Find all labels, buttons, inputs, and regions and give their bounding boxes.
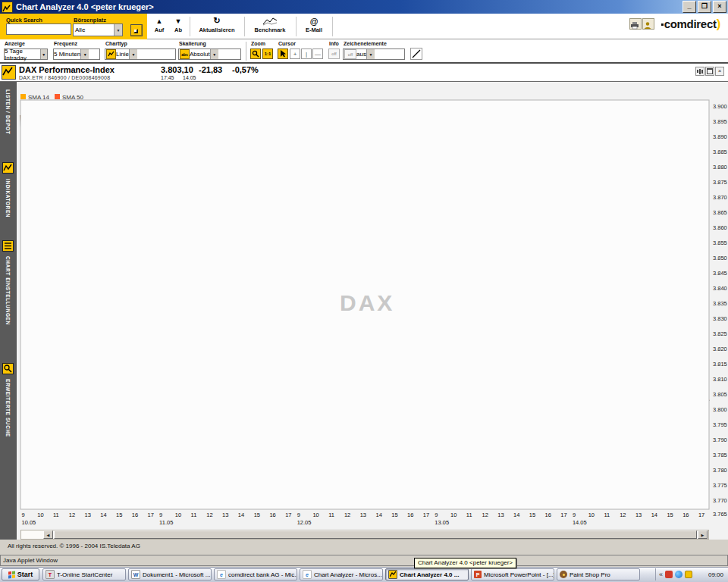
quick-search-input[interactable] xyxy=(6,23,71,35)
auf-button[interactable]: ▲ Auf xyxy=(149,15,170,38)
scroll-right-arrow[interactable]: ▶ xyxy=(698,530,708,539)
tray-app-icon[interactable] xyxy=(665,571,673,578)
instrument-chart-icon xyxy=(2,65,16,80)
close-panel-icon[interactable]: × xyxy=(715,67,724,76)
zoom-1-1-button[interactable]: 1:1 xyxy=(262,48,273,59)
quote-time: 17:45 xyxy=(161,75,174,80)
chart-hscrollbar-thumb[interactable] xyxy=(54,530,697,539)
start-button[interactable]: Start xyxy=(2,568,39,580)
toolbar-separator xyxy=(332,17,333,36)
info-off-button[interactable]: off xyxy=(328,48,340,59)
minimize-button[interactable]: _ xyxy=(682,1,696,13)
cursor-label: Cursor xyxy=(278,41,296,46)
bar-chart-view-icon[interactable] xyxy=(695,67,704,76)
taskbar-item-chart-4[interactable]: Chart Analyzer 4.0 ... xyxy=(385,568,469,580)
charttyp-label: Charttyp xyxy=(105,41,127,46)
quick-search-label: Quick Search xyxy=(6,17,42,23)
logo-text: comdirect xyxy=(664,17,717,30)
benchmark-chart-icon xyxy=(262,15,278,27)
boersenplatz-select[interactable]: Alle ▼ xyxy=(73,23,123,36)
taskbar-item-paintshop-6[interactable]: Paint Shop Pro xyxy=(557,568,640,580)
ab-button[interactable]: ▼ Ab xyxy=(168,15,188,38)
taskbar-item-t-online-0[interactable]: TT-Online StartCenter xyxy=(42,568,126,580)
print-icon[interactable] xyxy=(629,18,642,30)
svg-text:10.05: 10.05 xyxy=(22,519,36,526)
svg-text:11: 11 xyxy=(328,512,334,518)
chevron-down-icon[interactable]: ▼ xyxy=(114,24,122,36)
maximize-button[interactable]: ❐ xyxy=(698,1,711,13)
svg-text:3.845: 3.845 xyxy=(713,270,727,277)
taskbar-item-ie-2[interactable]: ecomdirect bank AG - Mic... xyxy=(214,568,297,580)
svg-text:16: 16 xyxy=(132,512,138,518)
anzeige-select[interactable]: 5 Tage Intraday ▼ xyxy=(4,48,48,60)
charttyp-select[interactable]: Linie ▼ xyxy=(105,48,176,60)
legend-swatch-icon xyxy=(20,94,26,99)
quote-date: 14.05 xyxy=(183,75,196,80)
chevron-down-icon[interactable]: ▼ xyxy=(210,49,218,59)
scroll-left-arrow[interactable]: ◀ xyxy=(43,530,53,539)
svg-text:3.815: 3.815 xyxy=(713,361,727,368)
toolbar-separator xyxy=(246,42,246,61)
frequenz-select[interactable]: 5 Minuten ▼ xyxy=(53,48,100,60)
svg-text:16: 16 xyxy=(269,512,275,518)
sidebar-item-listen-depot[interactable]: LISTEN / DEPOT xyxy=(5,89,11,134)
svg-text:3.835: 3.835 xyxy=(713,300,727,307)
chevron-down-icon[interactable]: ▼ xyxy=(80,49,89,59)
sidebar-item-chart-einstellungen[interactable]: CHART EINSTELLUNGEN xyxy=(5,256,11,325)
cursor-hline-button[interactable]: — xyxy=(312,48,323,59)
chart-settings-icon[interactable] xyxy=(2,240,14,252)
taskbar-item-powerpoint-5[interactable]: PMicrosoft PowerPoint - [...] xyxy=(471,568,554,580)
cursor-arrow-button[interactable] xyxy=(278,48,288,59)
svg-text:17: 17 xyxy=(423,512,429,518)
arrow-down-icon: ▼ xyxy=(175,15,182,27)
window-layout-icon[interactable] xyxy=(705,67,714,76)
tray-globe-icon[interactable] xyxy=(675,571,682,578)
toolbar-separator xyxy=(296,17,297,36)
legend-label: SMA 50 xyxy=(62,94,84,101)
boersenplatz-go-button[interactable] xyxy=(130,24,143,36)
start-label: Start xyxy=(17,571,33,578)
toolbar-separator xyxy=(190,17,190,36)
user-icon[interactable] xyxy=(642,18,654,30)
ie-icon: e xyxy=(217,570,226,579)
svg-text:17: 17 xyxy=(560,512,566,518)
tray-yellow-icon[interactable] xyxy=(685,571,692,578)
search-icon[interactable] xyxy=(2,363,14,374)
skalierung-label: Skalierung xyxy=(179,41,206,46)
taskbar-item-word-1[interactable]: WDokument1 - Microsoft ... xyxy=(128,568,212,580)
java-applet-banner: Java Applet Window xyxy=(0,555,728,566)
charttyp-value: Linie xyxy=(116,51,129,58)
ab-label: Ab xyxy=(174,27,182,33)
benchmark-button[interactable]: Benchmark xyxy=(247,15,293,38)
aktualisieren-button[interactable]: ↻ Aktualisieren xyxy=(193,15,241,38)
zoom-magnifier-button[interactable] xyxy=(250,48,261,59)
svg-text:3.810: 3.810 xyxy=(713,376,727,383)
taskbar-item-ie-3[interactable]: eChart Analyzer - Micros... xyxy=(300,568,383,580)
chevron-down-icon[interactable]: ▼ xyxy=(40,49,47,59)
svg-text:3.850: 3.850 xyxy=(713,255,727,261)
price-chart[interactable]: 3.9003.8953.8903.8853.8803.8753.8703.865… xyxy=(17,82,728,529)
svg-text:3.770: 3.770 xyxy=(713,497,727,504)
indicators-icon[interactable] xyxy=(2,162,14,174)
svg-text:3.780: 3.780 xyxy=(713,467,727,474)
sidebar-item-erweiterte-suche[interactable]: ERWEITERTE SUCHE xyxy=(5,379,11,437)
svg-text:16: 16 xyxy=(407,512,413,518)
svg-text:16: 16 xyxy=(682,512,689,518)
svg-text:12: 12 xyxy=(620,512,626,518)
tray-chevron-icon[interactable]: « xyxy=(659,571,663,578)
email-at-icon: @ xyxy=(310,15,318,27)
zeichenelemente-select[interactable]: off aus ▼ xyxy=(343,48,405,60)
close-button[interactable]: × xyxy=(713,1,726,13)
sidebar-item-indikatoren[interactable]: INDIKATOREN xyxy=(5,179,11,217)
cursor-vline-button[interactable]: | xyxy=(301,48,312,59)
email-button[interactable]: @ E-Mail xyxy=(299,15,329,38)
cursor-cross-button[interactable]: + xyxy=(290,48,300,59)
legend-swatch-icon xyxy=(55,94,60,99)
chevron-down-icon[interactable]: ▼ xyxy=(129,49,137,59)
chevron-down-icon[interactable]: ▼ xyxy=(366,49,375,59)
auf-label: Auf xyxy=(155,27,165,33)
skalierung-select[interactable]: abs Absolut ▼ xyxy=(178,48,241,60)
taskbar-clock: 09:00 xyxy=(708,571,723,578)
draw-line-tool-button[interactable] xyxy=(410,48,422,60)
svg-text:3.830: 3.830 xyxy=(713,315,727,322)
